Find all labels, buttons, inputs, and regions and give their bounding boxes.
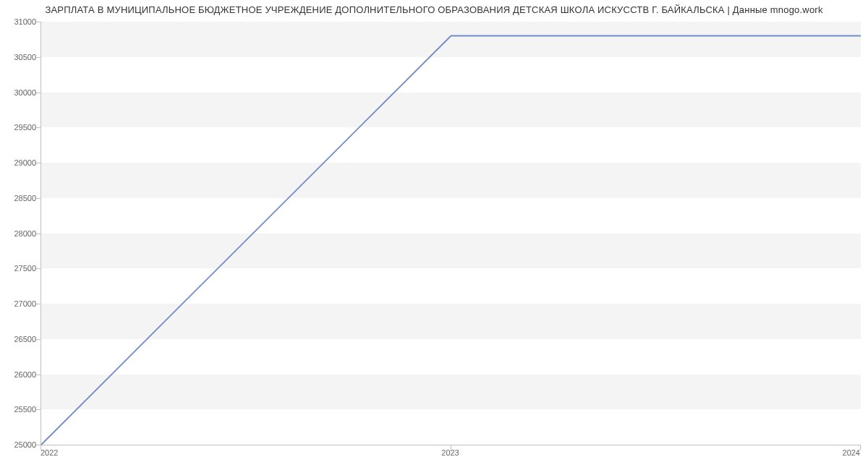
y-tick-mark bbox=[36, 234, 41, 234]
y-tick-label: 27500 bbox=[4, 264, 36, 273]
y-tick-mark bbox=[36, 22, 41, 22]
y-tick-label: 26000 bbox=[4, 370, 36, 379]
y-tick-label: 30000 bbox=[4, 88, 36, 97]
y-tick-label: 28500 bbox=[4, 194, 36, 202]
y-tick-label: 25000 bbox=[4, 440, 36, 449]
plot-area bbox=[41, 22, 861, 445]
y-tick-label: 29000 bbox=[4, 158, 36, 167]
y-tick-label: 28000 bbox=[4, 229, 36, 238]
y-tick-label: 25500 bbox=[4, 405, 36, 414]
y-tick-label: 27000 bbox=[4, 299, 36, 308]
y-tick-label: 29500 bbox=[4, 123, 36, 132]
series-line bbox=[41, 36, 861, 445]
y-tick-mark bbox=[36, 304, 41, 304]
x-tick-mark bbox=[860, 445, 861, 450]
line-layer bbox=[41, 22, 861, 445]
y-tick-mark bbox=[36, 57, 41, 58]
y-tick-mark bbox=[36, 163, 41, 163]
chart-title: ЗАРПЛАТА В МУНИЦИПАЛЬНОЕ БЮДЖЕТНОЕ УЧРЕЖ… bbox=[0, 4, 868, 15]
y-tick-label: 26500 bbox=[4, 335, 36, 343]
y-tick-mark bbox=[36, 198, 41, 199]
y-tick-mark bbox=[36, 409, 41, 410]
x-tick-mark bbox=[41, 445, 41, 450]
x-tick-label: 2022 bbox=[41, 448, 58, 457]
y-tick-label: 30500 bbox=[4, 53, 36, 61]
y-tick-label: 31000 bbox=[4, 17, 36, 26]
y-tick-mark bbox=[36, 268, 41, 269]
x-tick-mark bbox=[451, 445, 451, 450]
y-tick-mark bbox=[36, 375, 41, 375]
y-tick-mark bbox=[36, 93, 41, 93]
y-tick-mark bbox=[36, 127, 41, 128]
chart-container: ЗАРПЛАТА В МУНИЦИПАЛЬНОЕ БЮДЖЕТНОЕ УЧРЕЖ… bbox=[0, 0, 868, 470]
y-tick-mark bbox=[36, 339, 41, 340]
x-tick-label: 2024 bbox=[843, 448, 860, 457]
